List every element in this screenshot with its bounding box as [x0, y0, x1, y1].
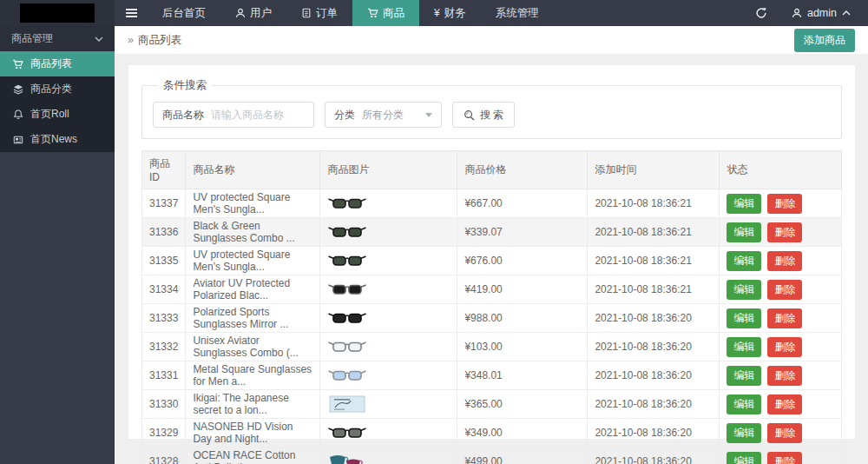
edit-button[interactable]: 编辑 [727, 280, 761, 300]
sidebar-group-product-management[interactable]: 商品管理 [0, 26, 115, 51]
delete-button[interactable]: 删除 [767, 423, 802, 443]
edit-button[interactable]: 编辑 [727, 423, 761, 443]
search-panel-title: 条件搜索 [158, 78, 212, 93]
added-time-cell: 2021-10-08 18:36:21 [588, 247, 720, 275]
column-header-0: 商品ID [142, 151, 186, 189]
product-id-cell: 31334 [142, 275, 186, 304]
sidebar-item-label: 商品分类 [30, 82, 72, 96]
added-time-cell: 2021-10-08 18:36:21 [588, 275, 720, 304]
nav-item-5[interactable]: 系统管理 [481, 0, 554, 26]
table-row: 31333Polarized Sports Sunglasses Mirror … [142, 304, 842, 333]
added-time-cell: 2021-10-08 18:36:20 [588, 333, 720, 361]
delete-button[interactable]: 删除 [767, 394, 802, 414]
edit-button[interactable]: 编辑 [727, 222, 761, 242]
product-price-cell: ¥419.00 [457, 275, 588, 304]
status-cell: 编辑删除 [720, 304, 842, 333]
product-image [327, 367, 367, 384]
product-name-cell: Aviator UV Protected Polarized Blac... [186, 275, 320, 304]
file-icon [301, 8, 312, 18]
product-price-cell: ¥676.00 [457, 247, 588, 275]
added-time-cell: 2021-10-08 18:36:21 [588, 189, 720, 218]
sidebar-menu: 商品列表商品分类首页Roll首页News [0, 51, 115, 152]
product-price-cell: ¥349.00 [457, 419, 588, 447]
nav-item-3[interactable]: 商品 [352, 0, 419, 26]
column-header-4: 添加时间 [588, 151, 720, 189]
edit-button[interactable]: 编辑 [727, 308, 761, 328]
search-button[interactable]: 搜 索 [452, 102, 515, 128]
cart-icon [12, 59, 23, 70]
delete-button[interactable]: 删除 [767, 280, 802, 300]
product-image [327, 424, 367, 441]
sidebar-item-label: 商品列表 [30, 56, 72, 71]
edit-button[interactable]: 编辑 [727, 251, 761, 271]
product-id-cell: 31330 [142, 390, 186, 419]
refresh-button[interactable] [743, 0, 779, 26]
category-selected-value: 所有分类 [362, 108, 422, 123]
sidebar-item-2[interactable]: 首页Roll [0, 102, 115, 127]
delete-button[interactable]: 删除 [767, 251, 802, 271]
chevron-down-icon [95, 36, 103, 42]
sidebar-group-label: 商品管理 [11, 31, 53, 46]
edit-button[interactable]: 编辑 [727, 366, 761, 386]
product-price-cell: ¥339.07 [457, 218, 588, 247]
sidebar-item-3[interactable]: 首页News [0, 127, 115, 152]
user-menu[interactable]: admin [779, 0, 868, 26]
product-image-cell [320, 189, 457, 218]
refresh-icon [755, 7, 767, 19]
breadcrumb: » 商品列表 添加商品 [115, 26, 868, 54]
edit-button[interactable]: 编辑 [727, 452, 761, 464]
add-product-button[interactable]: 添加商品 [794, 29, 855, 52]
product-image-cell [320, 304, 457, 333]
topbar: 后台首页用户订单商品¥财务系统管理 admin [0, 0, 868, 26]
product-image-cell [320, 390, 457, 419]
sidebar-item-label: 首页News [30, 132, 77, 147]
sidebar-toggle-button[interactable] [115, 0, 148, 26]
sidebar-item-0[interactable]: 商品列表 [0, 51, 115, 76]
content-card: 条件搜索 商品名称 分类 所有分类 搜 索 [128, 65, 855, 439]
delete-button[interactable]: 删除 [767, 366, 802, 386]
product-id-cell: 31328 [142, 447, 186, 464]
nav-item-0[interactable]: 后台首页 [148, 0, 220, 26]
product-price-cell: ¥348.01 [457, 361, 588, 390]
product-name-cell: UV protected Square Men's Sungla... [186, 189, 320, 218]
added-time-cell: 2021-10-08 18:36:20 [588, 447, 720, 464]
product-id-cell: 31336 [142, 218, 186, 247]
delete-button[interactable]: 删除 [767, 222, 802, 242]
product-name-input[interactable] [211, 109, 313, 121]
nav-item-label: 财务 [444, 6, 466, 21]
delete-button[interactable]: 删除 [767, 452, 802, 464]
table-row: 31332Unisex Aviator Sunglasses Combo (..… [142, 333, 842, 361]
table-row: 31328OCEAN RACE Cotton Anti Pollution...… [142, 447, 842, 464]
delete-button[interactable]: 删除 [767, 308, 802, 328]
nav-item-2[interactable]: 订单 [286, 0, 352, 26]
edit-button[interactable]: 编辑 [727, 394, 761, 414]
table-row: 31335UV protected Square Men's Sungla...… [142, 247, 842, 275]
product-name-cell: NASONEB HD Vision Day and Night... [186, 419, 320, 447]
nav-item-1[interactable]: 用户 [220, 0, 286, 26]
product-price-cell: ¥667.00 [457, 189, 588, 218]
category-select[interactable]: 分类 所有分类 [325, 102, 442, 128]
product-image [327, 395, 367, 413]
product-id-cell: 31333 [142, 304, 186, 333]
column-header-2: 商品图片 [320, 151, 457, 189]
product-image [327, 453, 367, 464]
nav-item-label: 订单 [316, 6, 338, 21]
nav-item-4[interactable]: ¥财务 [419, 0, 481, 26]
product-table: 商品ID商品名称商品图片商品价格添加时间状态 31337UV protected… [141, 150, 842, 464]
table-row: 31330Ikigai: The Japanese secret to a lo… [142, 390, 842, 419]
sidebar-item-1[interactable]: 商品分类 [0, 76, 115, 102]
table-row: 31334Aviator UV Protected Polarized Blac… [142, 275, 842, 304]
product-image [327, 252, 367, 269]
nav-item-label: 商品 [383, 6, 404, 21]
product-image-cell [320, 447, 457, 464]
product-price-cell: ¥499.00 [457, 447, 588, 464]
delete-button[interactable]: 删除 [767, 194, 802, 214]
delete-button[interactable]: 删除 [767, 337, 802, 357]
product-name-cell: Polarized Sports Sunglasses Mirror ... [186, 304, 320, 333]
product-name-cell: Ikigai: The Japanese secret to a lon... [186, 390, 320, 419]
edit-button[interactable]: 编辑 [727, 337, 761, 357]
edit-button[interactable]: 编辑 [727, 194, 761, 214]
product-name-cell: Black & Green Sunglasses Combo ... [186, 218, 320, 247]
yen-icon: ¥ [434, 8, 440, 18]
sidebar: 商品管理 商品列表商品分类首页Roll首页News [0, 26, 115, 464]
